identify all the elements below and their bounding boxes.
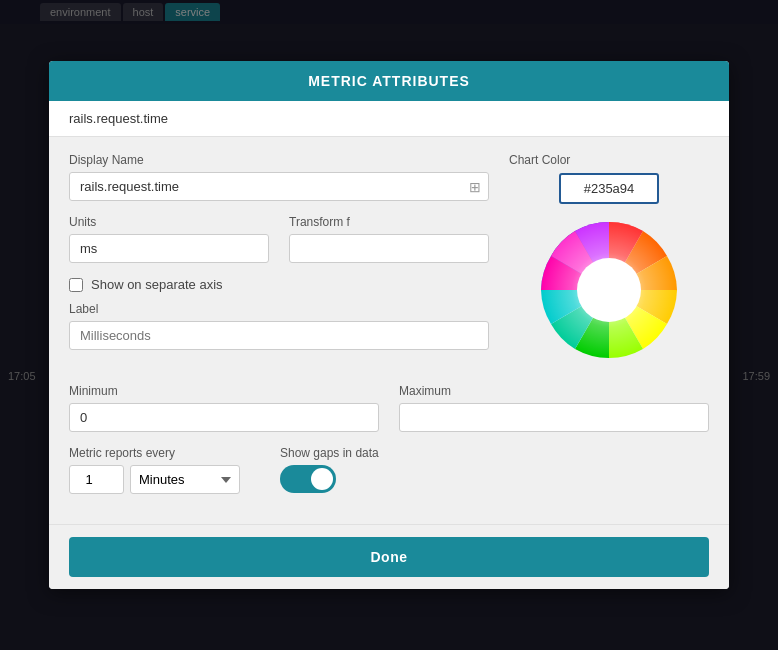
display-name-group: Display Name ⊞ (69, 153, 489, 201)
transform-group: Transform f (289, 215, 489, 263)
display-name-label: Display Name (69, 153, 489, 167)
minimum-label: Minimum (69, 384, 379, 398)
minimum-input[interactable] (69, 403, 379, 432)
units-group: Units (69, 215, 269, 263)
label-group: Label (69, 302, 489, 350)
maximum-group: Maximum (399, 384, 709, 432)
svg-point-3 (589, 270, 629, 310)
units-input[interactable] (69, 234, 269, 263)
metric-reports-inputs: Seconds Minutes Hours (69, 465, 240, 494)
metric-attributes-modal: METRIC ATTRIBUTES rails.request.time Dis… (49, 61, 729, 589)
metric-reports-number[interactable] (69, 465, 124, 494)
metric-reports-select[interactable]: Seconds Minutes Hours (130, 465, 240, 494)
transform-input[interactable] (289, 234, 489, 263)
color-wheel[interactable] (529, 210, 689, 370)
toggle-slider (280, 465, 336, 493)
show-gaps-group: Show gaps in data (280, 446, 379, 493)
modal-subtitle: rails.request.time (49, 101, 729, 137)
axis-label-label: Label (69, 302, 489, 316)
show-gaps-label: Show gaps in data (280, 446, 379, 460)
display-name-input[interactable] (69, 172, 489, 201)
top-row: Display Name ⊞ Units Transfor (69, 153, 709, 370)
axis-label-input[interactable] (69, 321, 489, 350)
metric-row: Metric reports every Seconds Minutes Hou… (69, 446, 709, 494)
modal-overlay: METRIC ATTRIBUTES rails.request.time Dis… (0, 0, 778, 650)
separate-axis-row: Show on separate axis (69, 277, 489, 292)
display-name-icon[interactable]: ⊞ (469, 179, 481, 195)
units-label: Units (69, 215, 269, 229)
transform-label: Transform f (289, 215, 489, 229)
separate-axis-label: Show on separate axis (91, 277, 223, 292)
left-column: Display Name ⊞ Units Transfor (69, 153, 489, 364)
chart-color-section: Chart Color (509, 153, 709, 370)
modal-footer: Done (49, 524, 729, 589)
metric-reports-label: Metric reports every (69, 446, 240, 460)
separate-axis-checkbox[interactable] (69, 278, 83, 292)
modal-body: Display Name ⊞ Units Transfor (49, 137, 729, 524)
display-name-input-wrapper: ⊞ (69, 172, 489, 201)
metric-reports-group: Metric reports every Seconds Minutes Hou… (69, 446, 240, 494)
modal-title: METRIC ATTRIBUTES (308, 73, 470, 89)
color-wheel-svg[interactable] (529, 210, 689, 370)
show-gaps-toggle[interactable] (280, 465, 336, 493)
maximum-input[interactable] (399, 403, 709, 432)
done-button[interactable]: Done (69, 537, 709, 577)
modal-header: METRIC ATTRIBUTES (49, 61, 729, 101)
min-max-row: Minimum Maximum (69, 384, 709, 432)
color-hex-input[interactable] (559, 173, 659, 204)
maximum-label: Maximum (399, 384, 709, 398)
chart-color-label: Chart Color (509, 153, 570, 167)
units-transform-row: Units Transform f (69, 215, 489, 263)
minimum-group: Minimum (69, 384, 379, 432)
metric-name: rails.request.time (69, 111, 168, 126)
